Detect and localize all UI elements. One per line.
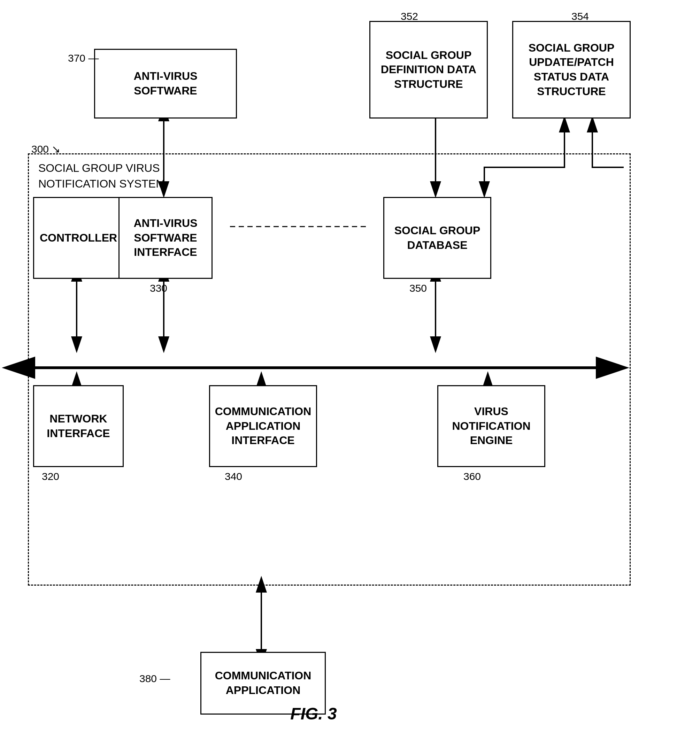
fig-caption: FIG. 3: [244, 704, 383, 723]
network-interface-box: NETWORK INTERFACE: [33, 385, 124, 467]
social-group-update-ref: 354: [571, 10, 589, 22]
network-interface-ref: 320: [42, 471, 59, 482]
social-group-db-ref: 350: [409, 282, 427, 294]
social-group-update-box: SOCIAL GROUP UPDATE/PATCH STATUS DATA ST…: [512, 21, 631, 118]
social-group-db-box: SOCIAL GROUP DATABASE: [383, 197, 491, 279]
virus-notification-box: VIRUS NOTIFICATION ENGINE: [437, 385, 545, 467]
diagram: SOCIAL GROUP VIRUS NOTIFICATION SYSTEM 3…: [0, 0, 700, 732]
virus-notification-ref: 360: [463, 471, 481, 482]
antivirus-interface-ref: 330: [150, 282, 167, 294]
comm-application-ref: 380 —: [140, 673, 170, 685]
anti-virus-software-box: ANTI-VIRUS SOFTWARE: [94, 49, 237, 118]
controller-box: CONTROLLER: [33, 197, 124, 279]
system-ref: 300 ↘: [31, 143, 60, 155]
antivirus-interface-box: ANTI-VIRUS SOFTWARE INTERFACE: [118, 197, 213, 279]
social-group-def-ref: 352: [401, 10, 418, 22]
comm-app-interface-box: COMMUNICATION APPLICATION INTERFACE: [209, 385, 317, 467]
social-group-def-box: SOCIAL GROUP DEFINITION DATA STRUCTURE: [369, 21, 488, 118]
system-label: SOCIAL GROUP VIRUS NOTIFICATION SYSTEM: [38, 161, 165, 192]
anti-virus-software-ref: 370 —: [68, 52, 99, 64]
comm-app-interface-ref: 340: [225, 471, 242, 482]
